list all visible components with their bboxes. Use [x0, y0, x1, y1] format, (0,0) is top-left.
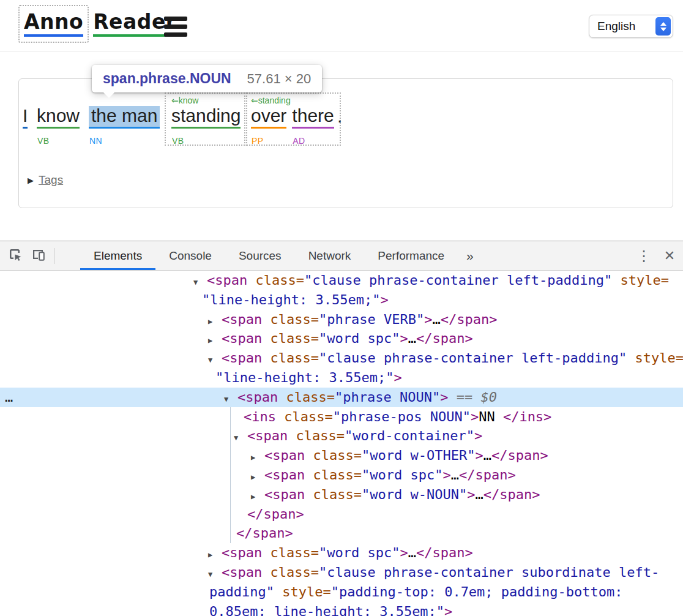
code-token-tag: <span	[222, 350, 270, 366]
more-tabs-button[interactable]: »	[458, 249, 482, 263]
logo-part-anno: Anno	[18, 5, 89, 43]
code-token-text: …	[483, 448, 491, 463]
select-stepper-icon	[655, 17, 671, 36]
code-token-tag: >	[471, 409, 479, 424]
inspect-tooltip: span.phrase.NOUN 57.61 × 20	[92, 65, 322, 92]
app-header: Anno Reader English	[0, 0, 683, 51]
code-token-tag: <span	[247, 428, 296, 443]
hamburger-bar	[164, 32, 187, 37]
code-token-tag: <span	[264, 487, 313, 502]
code-token-val: "clause phrase-container left-padding"	[319, 350, 627, 366]
code-token-attr: class=	[313, 448, 361, 463]
app-screen: Anno Reader English I know VB the man NN	[0, 0, 683, 616]
inspected-dimensions: 57.61 × 20	[247, 71, 312, 87]
language-select[interactable]: English	[589, 15, 673, 38]
devtools-tree-row[interactable]: ▼<span class="clause phrase-container le…	[0, 348, 683, 368]
devtools-tree-row[interactable]: "line-height: 3.55em;">	[0, 290, 683, 310]
code-token-tag: >	[474, 428, 482, 443]
word-prep[interactable]: over PP	[251, 106, 286, 129]
code-token-tag: >	[442, 467, 450, 483]
code-token-val: "phrase-pos NOUN"	[333, 409, 471, 424]
devtools-tree-row[interactable]: 0.85em; line-height: 3.55em;">	[0, 602, 683, 616]
code-token-text: …	[451, 467, 459, 483]
devtools-tree-row[interactable]: ▼<span class="word-container">	[0, 426, 683, 446]
inspect-element-button[interactable]	[4, 244, 27, 268]
tags-toggle[interactable]: ▶ Tags	[28, 173, 63, 187]
word-adverb[interactable]: there AD	[292, 106, 334, 129]
word-participle[interactable]: standing VB	[171, 106, 241, 129]
code-token-val: "phrase VERB"	[319, 312, 424, 327]
hamburger-menu-icon[interactable]	[164, 17, 187, 37]
chevron-down-icon	[660, 28, 666, 31]
pos-label-participle: VB	[172, 131, 184, 151]
code-token-text: NN	[479, 409, 503, 424]
devtools-tree-row[interactable]: padding" style="padding-top: 0.7em; padd…	[0, 582, 683, 602]
code-token-val: "line-height: 3.55em;"	[215, 370, 394, 385]
code-token-val: padding"	[209, 584, 282, 599]
code-token-attr: class=	[313, 487, 361, 502]
word-verb[interactable]: know VB	[37, 106, 80, 129]
code-token-val: "word w-OTHER"	[362, 448, 475, 463]
code-token-val: "padding-top: 0.7em; padding-bottom:	[331, 584, 623, 599]
app-logo[interactable]: Anno Reader	[18, 5, 176, 43]
devtools-tree-row[interactable]: </span>	[0, 524, 683, 543]
pos-label-adverb: AD	[293, 131, 305, 151]
code-token-tag: <span	[237, 389, 286, 405]
devtools-tree-row-selected[interactable]: …▼<span class="phrase NOUN"> == $0	[0, 388, 683, 407]
word-text: over	[251, 105, 286, 126]
devtools-tree-row[interactable]: ▶<span class="word spc">…</span>	[0, 329, 683, 348]
word-text: know	[37, 105, 80, 126]
devtools-tree-row[interactable]: ▶<span class="word w-OTHER">…</span>	[0, 446, 683, 465]
tab-sources[interactable]: Sources	[225, 241, 295, 270]
hamburger-bar	[164, 17, 187, 21]
code-token-tag: <ins	[244, 409, 284, 424]
word-text: the man	[91, 105, 157, 126]
clause-box-adverbial[interactable]: ⇐standing over PP there AD	[244, 92, 341, 146]
code-token-tag: </span>	[247, 506, 304, 522]
clause-box-participle[interactable]: ⇐know standing VB	[165, 92, 247, 146]
device-toolbar-button[interactable]	[27, 244, 50, 268]
tags-label: Tags	[39, 173, 63, 187]
code-token-tag: </span>	[483, 487, 540, 502]
hamburger-bar	[164, 24, 187, 29]
devtools-tree-row[interactable]: ▶<span class="word spc">…</span>	[0, 543, 683, 563]
code-token-tag: >	[475, 448, 483, 463]
devtools-tree-row[interactable]: </span>	[0, 505, 683, 524]
code-token-meta: == $0	[448, 389, 496, 405]
devtools-tree-row[interactable]: ▼<span class="clause phrase-container le…	[0, 271, 683, 290]
code-token-tag: <span	[222, 331, 270, 346]
code-token-attr: class=	[296, 428, 344, 443]
devtools-tree-row[interactable]: ▶<span class="word spc">…</span>	[0, 465, 683, 485]
code-token-val: 0.85em; line-height: 3.55em;"	[209, 604, 444, 616]
tab-elements[interactable]: Elements	[80, 241, 155, 270]
code-token-attr: class=	[284, 409, 332, 424]
tab-performance[interactable]: Performance	[364, 241, 458, 270]
tab-network[interactable]: Network	[295, 241, 365, 270]
code-token-tag: >	[400, 545, 408, 560]
code-token-val: "word w-NOUN"	[362, 487, 467, 502]
pos-label-prep: PP	[252, 131, 263, 151]
code-token-tag: >	[394, 370, 401, 385]
devtools-tree-row[interactable]: <ins class="phrase-pos NOUN">NN </ins>	[0, 407, 683, 427]
devtools-tree-row[interactable]: ▶<span class="word w-NOUN">…</span>	[0, 485, 683, 505]
close-icon[interactable]: ✕	[656, 248, 683, 264]
phrase-noun-selected[interactable]: the man NN	[89, 106, 160, 129]
tree-row-actions-ellipsis[interactable]: …	[5, 388, 13, 407]
code-token-val: "word-container"	[345, 428, 474, 443]
tab-console[interactable]: Console	[155, 241, 225, 270]
devtools-tree-row[interactable]: "line-height: 3.55em;">	[0, 368, 683, 388]
expand-arrow-icon[interactable]: ▶	[28, 176, 34, 185]
language-select-value: English	[589, 20, 655, 33]
kebab-menu-icon[interactable]: ⋮	[632, 247, 656, 265]
device-toolbar-icon	[31, 247, 47, 265]
code-token-tag: <span	[207, 272, 255, 288]
code-token-val: "clause phrase-container left-padding"	[304, 272, 612, 288]
code-token-tag: </span>	[491, 448, 548, 463]
devtools-tree-row[interactable]: ▼<span class="clause phrase-container su…	[0, 563, 683, 582]
devtools-tree-row[interactable]: ▶<span class="phrase VERB">…</span>	[0, 310, 683, 329]
code-token-val: "line-height: 3.55em;"	[202, 292, 380, 307]
code-token-tag: <span	[264, 448, 313, 463]
word-subject[interactable]: I	[23, 106, 28, 129]
code-token-attr: class=	[255, 272, 304, 288]
toolbar-separator	[54, 248, 54, 264]
